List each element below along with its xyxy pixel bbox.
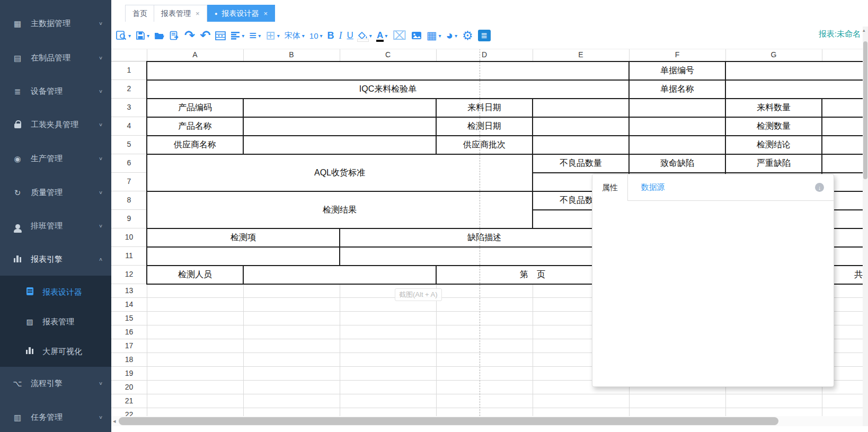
cell-f5[interactable] [628, 135, 726, 155]
row-header-1[interactable]: 1 [111, 66, 147, 74]
cell-f1[interactable]: 单据编号 [628, 61, 726, 81]
settings-button[interactable]: ⚙ [462, 29, 473, 43]
collapse-panel-button[interactable]: ↓ [815, 183, 824, 192]
row-header-14[interactable]: 14 [111, 300, 147, 308]
line-spacing-button[interactable]: ≡ ▾ [249, 31, 261, 40]
merge-cells-button[interactable] [215, 31, 226, 40]
row-header-18[interactable]: 18 [111, 355, 147, 364]
cell-a10-b10[interactable]: 检测项 [146, 228, 340, 248]
cell-a8-d9-result[interactable]: 检测结果 [146, 191, 533, 229]
toggle-panel-button[interactable]: ≣ [478, 30, 491, 41]
row-header-7[interactable]: 7 [111, 177, 147, 186]
sidebar-item-task-management[interactable]: ▥ 任务管理 ∨ [0, 401, 111, 432]
spreadsheet-canvas[interactable]: A B C D E F G 1 2 3 4 5 6 7 8 9 10 11 12… [111, 49, 868, 416]
sidebar-item-quality[interactable]: ↻ 质量管理 ∨ [0, 176, 111, 209]
sidebar-item-process-engine[interactable]: ⌥ 流程引擎 ∨ [0, 367, 111, 400]
cell-g6[interactable]: 严重缺陷 [725, 154, 822, 173]
cell-b12-c12[interactable] [243, 265, 437, 285]
cell-e5[interactable] [532, 135, 630, 155]
cell-e3[interactable] [532, 98, 630, 118]
open-button[interactable] [154, 31, 165, 40]
row-header-4[interactable]: 4 [111, 121, 147, 130]
column-header-D[interactable]: D [436, 50, 533, 59]
row-header-16[interactable]: 16 [111, 328, 147, 336]
sidebar-item-report-management[interactable]: ▨ 报表管理 [0, 307, 111, 337]
cell-h3[interactable] [821, 98, 868, 118]
bold-button[interactable]: B [327, 30, 334, 41]
font-size-select[interactable]: 10 ▾ [309, 31, 323, 40]
cell-c11-e11[interactable] [339, 246, 630, 266]
cell-a2-e2-title[interactable]: IQC来料检验单 [146, 80, 630, 99]
panel-tab-properties[interactable]: 属性 [592, 174, 628, 201]
row-header-10[interactable]: 10 [111, 233, 147, 241]
cell-a12[interactable]: 检测人员 [146, 265, 244, 285]
clear-image-button[interactable]: ⌧ [392, 29, 406, 43]
qr-code-button[interactable]: ▦ ▾ [427, 29, 441, 42]
sidebar-item-dashboard-viz[interactable]: 大屏可视化 [0, 337, 111, 366]
cell-a3[interactable]: 产品编码 [146, 98, 244, 118]
preview-button[interactable]: ▾ [116, 31, 131, 40]
close-icon[interactable]: × [263, 10, 268, 17]
row-header-5[interactable]: 5 [111, 140, 147, 148]
borders-button[interactable]: ⊞ ▾ [265, 29, 279, 42]
undo-icon[interactable]: ↶ [200, 28, 210, 43]
cell-d3[interactable]: 来料日期 [436, 98, 533, 118]
cell-a11-b11[interactable] [146, 246, 340, 266]
cell-b3-c3[interactable] [243, 98, 437, 118]
row-header-12[interactable]: 12 [111, 270, 147, 278]
row-header-13[interactable]: 13 [111, 286, 147, 295]
cell-b4-c4[interactable] [243, 117, 437, 136]
panel-tab-datasource[interactable]: 数据源 [637, 174, 669, 200]
fill-color-button[interactable]: ▾ [358, 32, 372, 39]
cell-e4[interactable] [532, 117, 630, 136]
row-header-8[interactable]: 8 [111, 196, 147, 204]
cell-h5[interactable] [821, 135, 868, 155]
cell-g3[interactable]: 来料数量 [725, 98, 822, 118]
italic-button[interactable]: I [339, 30, 342, 41]
row-header-3[interactable]: 3 [111, 103, 147, 111]
row-header-17[interactable]: 17 [111, 341, 147, 350]
underline-button[interactable]: U [347, 30, 353, 41]
cell-g1-h1[interactable] [725, 61, 868, 81]
font-family-select[interactable]: 宋体 ▾ [285, 31, 305, 41]
font-color-button[interactable]: A ▾ [377, 32, 387, 39]
column-header-G[interactable]: G [725, 50, 822, 59]
close-icon[interactable]: × [196, 10, 200, 17]
column-header-E[interactable]: E [533, 50, 629, 59]
sidebar-item-equipment[interactable]: ≣ 设备管理 ∨ [0, 75, 111, 108]
cell-a6-d7-aql[interactable]: AQL收货标准 [146, 154, 533, 192]
row-header-19[interactable]: 19 [111, 369, 147, 377]
cell-f2[interactable]: 单据名称 [628, 80, 726, 99]
row-header-15[interactable]: 15 [111, 314, 147, 322]
vertical-scroll-thumb[interactable] [863, 41, 867, 179]
redo-icon[interactable]: ↷ [184, 28, 195, 43]
cell-g4[interactable]: 检测数量 [725, 117, 822, 136]
scroll-up-icon[interactable]: ▴ [863, 28, 865, 33]
column-header-F[interactable]: F [629, 50, 725, 59]
row-header-22[interactable]: 22 [111, 410, 147, 416]
row-header-11[interactable]: 11 [111, 251, 147, 260]
sidebar-item-scheduling[interactable]: 排班管理 ∨ [0, 209, 111, 243]
sidebar-item-master-data[interactable]: ▦ 主数据管理 ∨ [0, 7, 111, 40]
row-header-20[interactable]: 20 [111, 383, 147, 391]
chart-button[interactable]: ◕ ▾ [446, 29, 457, 42]
insert-image-button[interactable] [411, 31, 422, 40]
sidebar-item-tooling[interactable]: 工装夹具管理 ∨ [0, 108, 111, 142]
save-button[interactable]: ▾ [136, 31, 149, 40]
export-button[interactable] [170, 31, 180, 40]
align-button[interactable]: ▾ [231, 31, 244, 40]
scroll-left-icon[interactable]: ◂ [113, 418, 116, 425]
cell-a1-e1[interactable] [146, 61, 630, 81]
tab-report-management[interactable]: 报表管理 × [154, 5, 207, 22]
cell-g2-h2[interactable] [725, 80, 868, 99]
cell-h4[interactable] [821, 117, 868, 136]
horizontal-scroll-thumb[interactable] [119, 417, 778, 425]
cell-g5[interactable]: 检测结论 [725, 135, 822, 155]
cell-d4[interactable]: 检测日期 [436, 117, 533, 136]
properties-panel[interactable]: 属性 数据源 ↓ [592, 174, 834, 387]
cell-c10-e10[interactable]: 缺陷描述 [339, 228, 630, 248]
cell-f4[interactable] [628, 117, 726, 136]
cell-f3[interactable] [628, 98, 726, 118]
cell-e6[interactable]: 不良品数量 [532, 154, 630, 173]
horizontal-scrollbar[interactable]: ◂ ▸ [111, 416, 868, 426]
